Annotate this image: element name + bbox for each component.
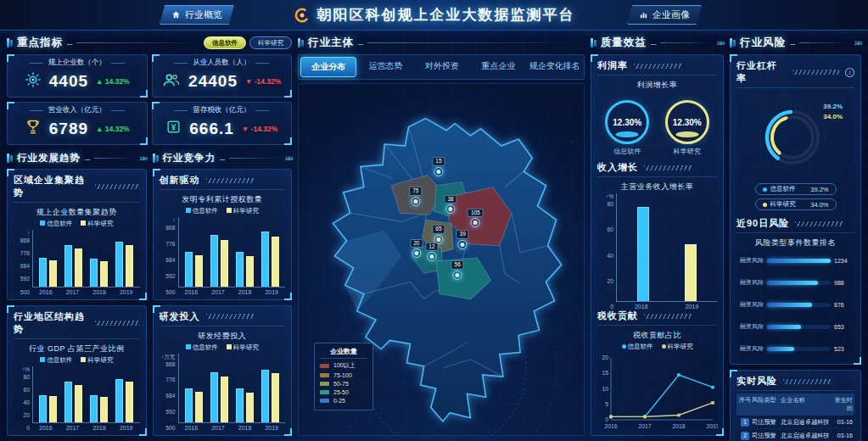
- expand-arrows-icon[interactable]: »»: [285, 154, 292, 163]
- industry-toggle-active[interactable]: 信息软件: [204, 36, 246, 49]
- bar: [90, 395, 98, 422]
- bar-group: [210, 217, 228, 287]
- legend-value: 39.2%: [810, 186, 828, 193]
- main-header: 行业概览 朝阳区科创规上企业大数据监测平台 企业画像: [0, 0, 868, 31]
- stat-card: 营业收入（亿元）6789▲ 14.32%: [7, 102, 148, 145]
- y-axis: ↑868776684592500: [14, 230, 32, 295]
- map-marker[interactable]: 65: [432, 225, 445, 244]
- event-time: 03-16: [829, 418, 853, 426]
- legend-swatch: [186, 344, 191, 349]
- key-indicators-title: 重点指标: [17, 36, 63, 50]
- y-axis-ticks: 868776684592500: [14, 237, 32, 295]
- row-index: 2: [738, 432, 752, 440]
- expand-arrows-icon[interactable]: »»: [854, 38, 861, 47]
- map-marker[interactable]: 56: [451, 260, 464, 280]
- header-line: [799, 42, 850, 43]
- plot-wrap: 2016201720182019: [178, 217, 286, 295]
- stat-label: 从业人员数（人）: [158, 58, 287, 68]
- bar: [126, 245, 133, 286]
- hbar-row: 融资风险876: [736, 300, 854, 309]
- legend-label: 科学研究: [233, 207, 259, 215]
- map-marker[interactable]: 75: [409, 187, 422, 206]
- leverage-values: 39.2% 34.0%: [823, 102, 843, 122]
- map-pin-icon: [427, 252, 436, 261]
- bar-group: [210, 354, 228, 423]
- bar: [221, 240, 228, 286]
- card-subhead: 税收贡献: [597, 310, 717, 326]
- panel-ornament-icon: [730, 38, 736, 47]
- panel-ornament-icon: [591, 38, 596, 47]
- competitiveness-header: 行业竞争力 – »»: [153, 152, 293, 165]
- y-axis: ↑%806040200: [597, 193, 616, 310]
- hbar-track: [767, 325, 831, 329]
- stat-delta: ▲ 14.32%: [96, 125, 130, 133]
- tab-对外投资[interactable]: 对外投资: [415, 57, 469, 77]
- stat-card: 规上企业数（个）4405▲ 14.32%: [7, 54, 148, 98]
- x-tick-label: 2016: [39, 425, 53, 431]
- legend-label: 75-100: [333, 372, 352, 378]
- svg-text:20: 20: [602, 354, 608, 360]
- info-icon[interactable]: i: [845, 68, 854, 77]
- legend-entry: 科学研究: [81, 220, 113, 228]
- card-subtitle: 研发投入: [160, 310, 200, 323]
- industry-toggle-inactive[interactable]: 科学研究: [249, 36, 292, 49]
- x-tick-label: 2018: [92, 425, 106, 431]
- bar: [195, 392, 203, 422]
- expand-arrows-icon[interactable]: »»: [139, 154, 146, 163]
- map-marker[interactable]: 12: [425, 243, 438, 262]
- stat-value: 4405: [49, 72, 88, 91]
- platform-logo-icon: [294, 7, 311, 24]
- bar: [49, 396, 57, 422]
- legend-dot: [763, 187, 767, 192]
- y-axis-ticks: 806040200: [14, 374, 32, 432]
- legend-swatch: [320, 373, 329, 377]
- bar-group: [637, 193, 649, 301]
- leverage-arc-svg: [736, 90, 864, 181]
- chart-title: 发明专利累计授权数量: [160, 194, 286, 205]
- header-line: [94, 158, 135, 159]
- gauge-label: 信息软件: [613, 147, 641, 156]
- page-title: 朝阳区科创规上企业大数据监测平台: [294, 5, 575, 25]
- header-line: [229, 158, 281, 159]
- tab-企业分布[interactable]: 企业分布: [300, 57, 356, 77]
- map-marker[interactable]: 39: [456, 230, 469, 249]
- hbar-value: 876: [834, 302, 854, 308]
- tab-运营态势[interactable]: 运营态势: [358, 57, 412, 77]
- nav-industry-overview-button[interactable]: 行业概览: [160, 5, 234, 25]
- stat-delta: ▼ -14.32%: [245, 77, 281, 86]
- nav-enterprise-portrait-button[interactable]: 企业画像: [627, 5, 702, 25]
- bar-group: [115, 230, 133, 287]
- panel-ornament-icon: [153, 154, 159, 163]
- tab-规企变化排名[interactable]: 规企变化排名: [528, 57, 582, 77]
- legend-label: 信息软件: [193, 343, 218, 351]
- bar: [246, 256, 254, 287]
- hbar-label: 融资风险: [736, 344, 764, 353]
- hbar-label: 融资风险: [736, 278, 764, 287]
- plot-wrap: 20182019: [616, 193, 717, 310]
- industry-toggle-group: 信息软件科学研究: [204, 36, 292, 49]
- map-marker[interactable]: 38: [444, 195, 456, 215]
- tick-label: 20: [597, 278, 613, 284]
- map-legend-title: 企业数量: [320, 347, 367, 359]
- legend-dot: [763, 203, 767, 207]
- panel-ornament-icon: [298, 38, 304, 47]
- svg-text:10: 10: [602, 386, 608, 392]
- line-chart-svg: 051015202016201720182019: [597, 353, 717, 431]
- tab-重点企业[interactable]: 重点企业: [471, 57, 525, 77]
- bar: [236, 252, 244, 287]
- plot-area: [178, 354, 286, 424]
- x-axis-labels: 2016201720182019: [32, 287, 140, 295]
- map-marker[interactable]: 20: [410, 239, 423, 259]
- table-row[interactable]: 2司法预警北京启迪卓越科技有限公司03-16: [736, 429, 854, 441]
- map-marker[interactable]: 105: [468, 209, 484, 228]
- card-subtitle: 行业杠杆率: [736, 59, 787, 85]
- y-axis-unit: ↑%: [597, 193, 616, 201]
- expand-arrows-icon[interactable]: »»: [717, 38, 724, 47]
- stat-card: 留存税收（亿元）666.1▼ -14.32%: [152, 102, 293, 145]
- legend-entry: 信息软件: [40, 220, 72, 228]
- map-marker[interactable]: 15: [432, 157, 445, 176]
- table-row[interactable]: 1司法预警北京启迪卓越科技有限公司03-16: [736, 416, 854, 429]
- legend-swatch: [186, 208, 191, 213]
- tick-label: 20: [14, 412, 30, 418]
- tick-label: 592: [160, 409, 176, 415]
